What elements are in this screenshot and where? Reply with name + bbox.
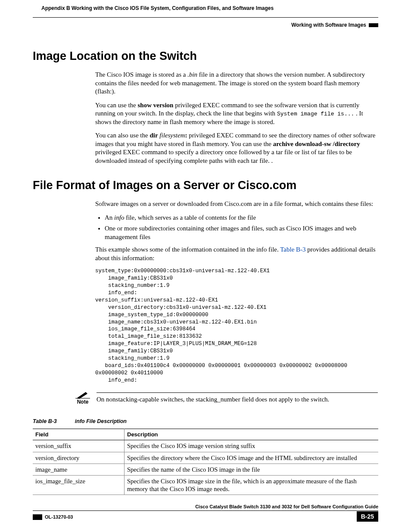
paragraph: You can also use the dir filesystem: pri…: [95, 131, 378, 165]
body-image-location: The Cisco IOS image is stored as a .bin …: [95, 71, 378, 165]
paragraph: You can use the show version privileged …: [95, 101, 378, 127]
code-block: system_type:0x00000000:cbs31x0-universal…: [95, 268, 378, 384]
header-rule: [33, 17, 378, 18]
table-row: image_name Specifies the name of the Cis…: [33, 464, 378, 475]
note-icon: Note: [72, 390, 93, 405]
info-file-table: Field Description version_suffix Specifi…: [33, 429, 378, 495]
header-section: Working with Software Images: [33, 22, 378, 28]
note-text: On nonstacking-capable switches, the sta…: [97, 395, 378, 405]
table-header-description: Description: [125, 429, 379, 440]
page: Appendix B Working with the Cisco IOS Fi…: [0, 0, 411, 532]
bullet-list: An info file, which serves as a table of…: [95, 214, 378, 242]
header-area: Appendix B Working with the Cisco IOS Fi…: [33, 13, 378, 28]
heading-file-format: File Format of Images on a Server or Cis…: [33, 179, 378, 192]
table-row: ios_image_file_size Specifies the Cisco …: [33, 475, 378, 495]
note-block: Note On nonstacking-capable switches, th…: [72, 390, 378, 405]
appendix-title: Appendix B Working with the Cisco IOS Fi…: [41, 5, 274, 11]
list-item: One or more subdirectories containing ot…: [105, 224, 378, 241]
pencil-icon: [76, 390, 89, 399]
table-reference-link[interactable]: Table B-3: [280, 246, 305, 253]
paragraph: The Cisco IOS image is stored as a .bin …: [95, 71, 378, 96]
footer: Cisco Catalyst Blade Switch 3130 and 303…: [33, 511, 378, 522]
footer-guide-title: Cisco Catalyst Blade Switch 3130 and 303…: [33, 504, 378, 509]
footer-doc-number: OL-13270-03: [45, 514, 73, 520]
table-row: version_directory Specifies the director…: [33, 452, 378, 464]
footer-page-number: B-25: [357, 511, 378, 522]
note-rule: [97, 392, 378, 393]
table-caption: Table B-3info File Description: [33, 418, 378, 424]
table-row: version_suffix Specifies the Cisco IOS i…: [33, 440, 378, 452]
list-item: An info file, which serves as a table of…: [105, 214, 378, 222]
table-header-field: Field: [33, 429, 125, 440]
header-bar-icon: [369, 23, 378, 27]
heading-image-location: Image Location on the Switch: [33, 50, 378, 63]
note-label: Note: [77, 399, 89, 405]
footer-left: OL-13270-03: [33, 513, 73, 520]
body-file-format: Software images on a server or downloade…: [95, 200, 378, 384]
footer-rule: [33, 510, 378, 511]
paragraph: Software images on a server or downloade…: [95, 200, 378, 208]
footer-bar-icon: [33, 514, 42, 520]
paragraph: This example shows some of the informati…: [95, 246, 378, 262]
